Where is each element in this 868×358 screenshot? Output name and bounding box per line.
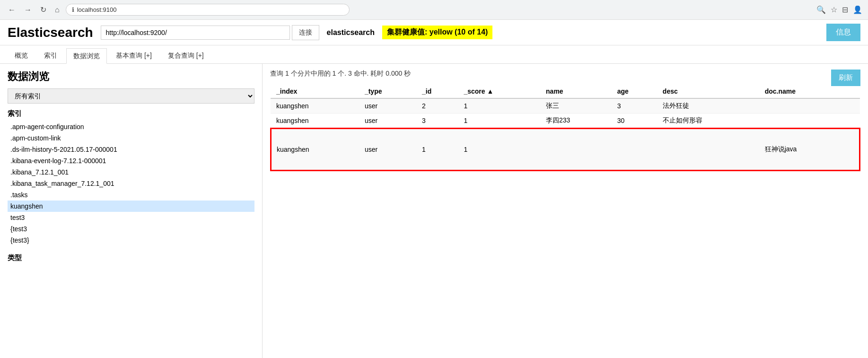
cell-id: 1 <box>416 128 458 171</box>
list-item[interactable]: {test3 <box>8 223 254 235</box>
cell-age <box>612 128 657 171</box>
sidebar: 数据浏览 所有索引 索引 .apm-agent-configuration .a… <box>0 64 263 358</box>
list-item[interactable]: .kibana_task_manager_7.12.1_001 <box>8 178 254 189</box>
refresh-button[interactable]: 刷新 <box>831 70 860 86</box>
cell-index: kuangshen <box>271 114 359 129</box>
app-title: Elasticsearch <box>8 25 93 40</box>
main-content: 查询 1 个分片中用的 1 个. 3 命中. 耗时 0.000 秒 刷新 _in… <box>263 64 868 358</box>
cell-name: 张三 <box>540 98 612 114</box>
query-summary: 查询 1 个分片中用的 1 个. 3 命中. 耗时 0.000 秒 <box>270 70 411 78</box>
cell-index: kuangshen <box>271 98 359 114</box>
cell-type: user <box>359 114 416 129</box>
cluster-health-badge: 集群健康值: yellow (10 of 14) <box>382 26 492 39</box>
address-bar[interactable]: ℹ localhost:9100 <box>66 4 350 16</box>
cell-age: 30 <box>612 114 657 129</box>
col-header-score: _score ▲ <box>458 85 540 98</box>
col-header-index: _index <box>271 85 359 98</box>
col-header-id: _id <box>416 85 458 98</box>
zoom-icon[interactable]: 🔍 <box>816 5 826 14</box>
connect-button[interactable]: 连接 <box>292 25 319 40</box>
cell-desc: 不止如何形容 <box>657 114 759 129</box>
tab-data-browser[interactable]: 数据浏览 <box>66 48 107 64</box>
back-button[interactable]: ← <box>6 5 18 15</box>
index-select-dropdown[interactable]: 所有索引 <box>8 88 254 104</box>
data-table: _index _type _id _score ▲ name age desc … <box>270 85 860 171</box>
tab-overview[interactable]: 概览 <box>8 48 35 63</box>
cell-name: 李四233 <box>540 114 612 129</box>
table-row-highlighted[interactable]: kuangshen user 1 1 狂神说java <box>271 128 860 171</box>
cell-name <box>540 128 612 171</box>
tab-complex-query[interactable]: 复合查询 [+] <box>161 48 211 63</box>
bookmark-icon[interactable]: ⊟ <box>842 5 848 14</box>
list-item[interactable]: test3 <box>8 212 254 223</box>
cell-index: kuangshen <box>271 128 359 171</box>
cell-desc: 法外狂徒 <box>657 98 759 114</box>
tab-index[interactable]: 索引 <box>37 48 64 63</box>
cell-id: 2 <box>416 98 458 114</box>
col-header-docname: doc.name <box>759 85 846 98</box>
list-item[interactable]: .kibana-event-log-7.12.1-000001 <box>8 155 254 166</box>
profile-icon[interactable]: 👤 <box>853 5 862 14</box>
list-item[interactable]: .ds-ilm-history-5-2021.05.17-000001 <box>8 144 254 155</box>
list-item[interactable]: .apm-agent-configuration <box>8 121 254 132</box>
cell-score: 1 <box>458 128 540 171</box>
star-icon[interactable]: ☆ <box>831 5 837 14</box>
browser-toolbar-icons: 🔍 ☆ ⊟ 👤 <box>816 5 862 14</box>
cell-id: 3 <box>416 114 458 129</box>
cell-type: user <box>359 128 416 171</box>
home-button[interactable]: ⌂ <box>53 5 62 15</box>
forward-button[interactable]: → <box>22 5 34 15</box>
page-title: 数据浏览 <box>8 70 254 84</box>
index-list: .apm-agent-configuration .apm-custom-lin… <box>8 121 254 246</box>
cell-score: 1 <box>458 114 540 129</box>
col-header-desc: desc <box>657 85 759 98</box>
cell-docname <box>759 114 846 129</box>
nav-tabs: 概览 索引 数据浏览 基本查询 [+] 复合查询 [+] <box>0 45 868 64</box>
reload-button[interactable]: ↻ <box>38 4 49 15</box>
url-text: localhost:9100 <box>77 6 117 13</box>
index-section-title: 索引 <box>8 109 254 118</box>
tab-basic-query[interactable]: 基本查询 [+] <box>109 48 159 63</box>
cell-score: 1 <box>458 98 540 114</box>
info-icon: ℹ <box>72 6 74 13</box>
cell-type: user <box>359 98 416 114</box>
list-item[interactable]: .apm-custom-link <box>8 132 254 144</box>
table-body: kuangshen user 2 1 张三 3 法外狂徒 kuangshen u… <box>271 98 860 171</box>
cell-docname <box>759 98 846 114</box>
cell-extra <box>846 114 860 129</box>
table-row[interactable]: kuangshen user 2 1 张三 3 法外狂徒 <box>271 98 860 114</box>
col-header-name: name <box>540 85 612 98</box>
cell-extra <box>846 128 860 171</box>
list-item-kuangshen[interactable]: kuangshen <box>8 201 254 212</box>
col-header-type: _type <box>359 85 416 98</box>
list-item[interactable]: {test3} <box>8 235 254 246</box>
cluster-name: elasticsearch <box>327 28 375 37</box>
cell-docname: 狂神说java <box>759 128 846 171</box>
cell-age: 3 <box>612 98 657 114</box>
type-section-title: 类型 <box>8 253 254 262</box>
url-input-container: 连接 <box>101 25 319 40</box>
table-row[interactable]: kuangshen user 3 1 李四233 30 不止如何形容 <box>271 114 860 129</box>
table-header: _index _type _id _score ▲ name age desc … <box>271 85 860 98</box>
cell-desc <box>657 128 759 171</box>
list-item[interactable]: .kibana_7.12.1_001 <box>8 166 254 178</box>
browser-chrome: ← → ↻ ⌂ ℹ localhost:9100 🔍 ☆ ⊟ 👤 <box>0 0 868 20</box>
main-header: 查询 1 个分片中用的 1 个. 3 命中. 耗时 0.000 秒 刷新 <box>270 70 860 83</box>
info-button[interactable]: 信息 <box>826 24 860 41</box>
col-header-age: age <box>612 85 657 98</box>
app-header: Elasticsearch 连接 elasticsearch 集群健康值: ye… <box>0 20 868 45</box>
cell-extra <box>846 98 860 114</box>
col-header-extra <box>846 85 860 98</box>
page-content: 数据浏览 所有索引 索引 .apm-agent-configuration .a… <box>0 64 868 358</box>
list-item[interactable]: .tasks <box>8 189 254 201</box>
server-url-input[interactable] <box>101 26 290 40</box>
